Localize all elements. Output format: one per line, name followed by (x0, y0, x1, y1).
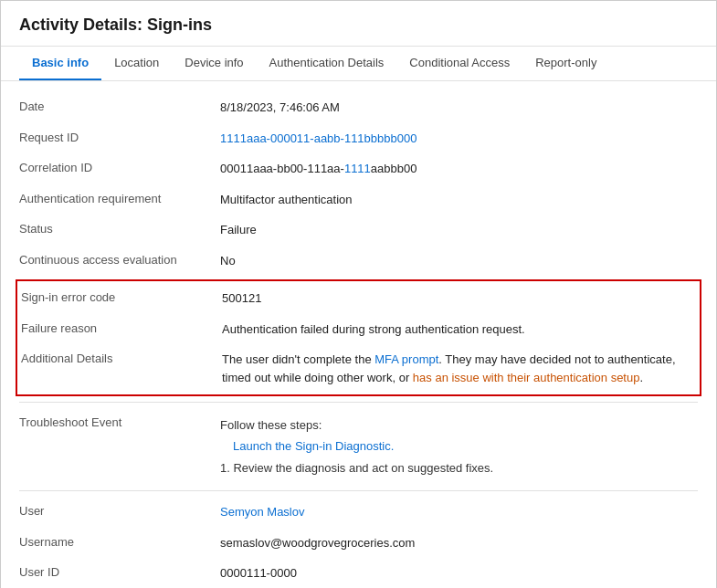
troubleshoot-label: Troubleshoot Event (19, 415, 220, 429)
basic-info-content: Date 8/18/2023, 7:46:06 AM Request ID 11… (1, 81, 716, 588)
date-value: 8/18/2023, 7:46:06 AM (220, 99, 698, 117)
date-label: Date (19, 99, 220, 113)
additional-details-text-1: The user didn't complete the (222, 352, 374, 366)
error-code-row: Sign-in error code 500121 (21, 283, 696, 314)
user-id-value: 0000111-0000 (220, 564, 698, 583)
continuous-eval-row: Continuous access evaluation No (19, 246, 698, 277)
failure-reason-label: Failure reason (21, 320, 222, 335)
user-label: User (19, 503, 220, 518)
tab-conditional-access[interactable]: Conditional Access (396, 47, 522, 80)
status-label: Status (19, 221, 220, 236)
follow-steps-text: Follow these steps: (220, 415, 698, 436)
tab-report-only[interactable]: Report-only (522, 47, 609, 80)
correlation-id-value: 00011aaa-bb00-111aa-1111aabbb00 (220, 160, 698, 178)
correlation-id-highlight: 1111 (344, 162, 371, 175)
page-title: Activity Details: Sign-ins (1, 1, 716, 47)
request-id-row: Request ID 1111aaa-000011-aabb-111bbbbb0… (19, 123, 698, 154)
correlation-id-label: Correlation ID (19, 160, 220, 174)
correlation-id-prefix: 00011aaa-bb00-111aa- (220, 162, 344, 175)
review-step-text: 1. Review the diagnosis and act on sugge… (220, 457, 698, 478)
divider (19, 402, 698, 403)
tab-authentication-details[interactable]: Authentication Details (257, 47, 397, 80)
additional-details-row: Additional Details The user didn't compl… (21, 344, 696, 393)
troubleshoot-content: Follow these steps: Launch the Sign-in D… (220, 415, 698, 478)
failure-reason-value: Authentication failed during strong auth… (222, 320, 696, 339)
auth-req-row: Authentication requirement Multifactor a… (19, 184, 698, 215)
request-id-label: Request ID (19, 130, 220, 144)
continuous-eval-value: No (220, 252, 698, 270)
activity-details-dialog: Activity Details: Sign-ins Basic info Lo… (0, 0, 717, 588)
status-row: Status Failure (19, 215, 698, 246)
correlation-id-suffix: aabbb00 (371, 162, 417, 175)
continuous-eval-label: Continuous access evaluation (19, 252, 220, 267)
auth-req-label: Authentication requirement (19, 191, 220, 205)
failure-reason-row: Failure reason Authentication failed dur… (21, 314, 696, 345)
user-id-label: User ID (19, 564, 220, 579)
additional-details-text-3: . (639, 371, 643, 384)
user-value[interactable]: Semyon Maslov (220, 503, 698, 521)
divider-2 (19, 490, 698, 491)
user-row: User Semyon Maslov (19, 497, 698, 528)
tab-basic-info[interactable]: Basic info (19, 47, 101, 80)
error-highlight-box: Sign-in error code 500121 Failure reason… (16, 279, 701, 396)
error-code-label: Sign-in error code (21, 289, 222, 304)
launch-diagnostic-link[interactable]: Launch the Sign-in Diagnostic. (220, 436, 698, 457)
correlation-id-row: Correlation ID 00011aaa-bb00-111aa-1111a… (19, 153, 698, 184)
tab-device-info[interactable]: Device info (172, 47, 256, 80)
username-value: semaslov@woodgrovegroceries.com (220, 534, 698, 552)
username-row: Username semaslov@woodgrovegroceries.com (19, 528, 698, 559)
additional-details-issue: has an issue with their authentication s… (413, 371, 640, 384)
auth-req-value: Multifactor authentication (220, 191, 698, 209)
additional-details-mfa: MFA prompt (374, 352, 438, 366)
tabs-bar: Basic info Location Device info Authenti… (1, 47, 716, 81)
user-id-row: User ID 0000111-0000 (19, 558, 698, 588)
additional-details-value: The user didn't complete the MFA prompt.… (222, 351, 696, 386)
username-label: Username (19, 534, 220, 549)
error-code-value: 500121 (222, 289, 696, 308)
request-id-value: 1111aaa-000011-aabb-111bbbbb000 (220, 130, 698, 148)
tab-location[interactable]: Location (101, 47, 172, 80)
troubleshoot-row: Troubleshoot Event Follow these steps: L… (19, 408, 698, 485)
status-value: Failure (220, 221, 698, 239)
additional-details-label: Additional Details (21, 351, 222, 365)
date-row: Date 8/18/2023, 7:46:06 AM (19, 92, 698, 123)
